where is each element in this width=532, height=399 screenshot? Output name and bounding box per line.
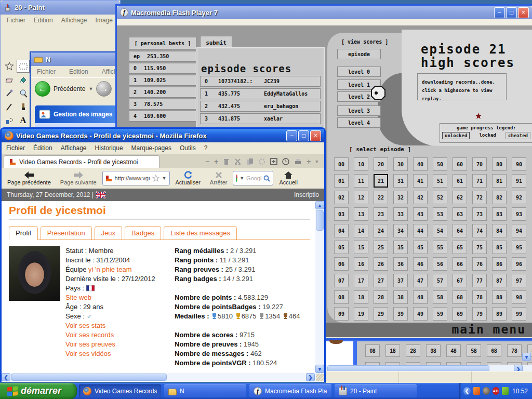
episode-cell[interactable]: 32: [393, 191, 408, 204]
episode-cell[interactable]: 34: [393, 224, 408, 237]
episode-cell[interactable]: 69: [453, 307, 467, 321]
episode-cell[interactable]: 70: [472, 157, 487, 171]
team-link[interactable]: yi 'n phie team: [88, 265, 131, 273]
profile-tab[interactable]: Badges: [125, 226, 161, 240]
firefox-menu-item[interactable]: Marque-pages: [130, 143, 173, 153]
episode-cell[interactable]: 42: [413, 191, 428, 204]
episode-cell[interactable]: 50: [433, 157, 447, 171]
episode-cell[interactable]: 25: [374, 241, 388, 254]
episode-cell[interactable]: 44: [413, 224, 428, 237]
task-panel-header[interactable]: Gestion des images: [35, 105, 117, 123]
episode-cell[interactable]: 59: [433, 307, 447, 321]
episode-cell[interactable]: 18: [354, 290, 368, 304]
maximize-button[interactable]: □: [298, 130, 309, 141]
main-menu-button[interactable]: main menu: [451, 323, 526, 336]
episode-cell[interactable]: 88: [492, 290, 507, 304]
level-button[interactable]: level 0: [337, 66, 381, 77]
tray-chevron-icon[interactable]: ❮: [463, 387, 471, 395]
episode-cell[interactable]: 78: [472, 290, 487, 304]
back-button[interactable]: Page précédente: [4, 169, 55, 188]
episode-cell[interactable]: 28: [374, 290, 388, 304]
episode-cell[interactable]: 20: [374, 157, 388, 171]
site-web-link[interactable]: Site web: [65, 294, 91, 301]
home-button[interactable]: Accueil: [275, 169, 301, 188]
episode-cell[interactable]: 02: [334, 191, 349, 204]
episode-cell[interactable]: 10: [354, 157, 368, 171]
add-toolbar-icon[interactable]: +: [307, 157, 311, 166]
url-text[interactable]: http://www.vgr-: [115, 175, 150, 181]
scissors-icon[interactable]: [234, 158, 242, 165]
episode-cell[interactable]: 52: [433, 191, 447, 204]
maximize-button[interactable]: □: [506, 7, 517, 18]
pencil-tool[interactable]: [3, 100, 16, 113]
episode-cell[interactable]: 94: [512, 224, 526, 237]
episode-cell[interactable]: 58: [433, 290, 447, 304]
magnifier-tool[interactable]: [17, 87, 30, 100]
episode-cell[interactable]: 78: [507, 344, 522, 357]
episode-score-row[interactable]: 1 435.775 EddyMataGallos: [200, 88, 321, 99]
episode-cell[interactable]: 68: [453, 290, 467, 304]
episode-cell[interactable]: 21: [374, 174, 388, 188]
episode-cell[interactable]: 99: [512, 307, 526, 321]
episode-cell[interactable]: 16: [354, 257, 368, 271]
episode-cell[interactable]: 38: [426, 344, 441, 357]
episode-cell[interactable]: 04: [334, 224, 349, 237]
episode-cell[interactable]: 27: [374, 274, 388, 287]
paint-menu-item[interactable]: Edition: [31, 16, 56, 25]
episode-cell[interactable]: 48: [446, 344, 461, 357]
taskbar-task[interactable]: f Macromedia Flash Pla...: [249, 384, 331, 397]
forward-button[interactable]: →: [96, 81, 112, 97]
episode-cell[interactable]: 45: [413, 241, 428, 254]
copy-icon[interactable]: [246, 158, 254, 165]
personal-best-row[interactable]: ep 253.350: [129, 51, 196, 62]
episode-cell[interactable]: 96: [512, 257, 526, 271]
episode-cell[interactable]: 29: [374, 307, 388, 321]
profile-tab[interactable]: Jeux: [95, 226, 122, 240]
episode-cell[interactable]: 40: [413, 157, 428, 171]
usb-tray-icon[interactable]: [502, 387, 509, 395]
episode-cell[interactable]: 46: [413, 257, 428, 271]
episode-cell[interactable]: 33: [393, 207, 408, 221]
episode-cell[interactable]: 35: [393, 241, 408, 254]
episode-cell[interactable]: 12: [354, 191, 368, 204]
firefox-menu-item[interactable]: Outils: [178, 143, 197, 153]
toolbar-overflow-icon[interactable]: ▾: [315, 159, 318, 164]
explorer-menu-item[interactable]: Fichier: [34, 67, 59, 76]
firefox-menu-item[interactable]: Édition: [32, 143, 54, 153]
taskbar-task[interactable]: N: [164, 384, 246, 397]
back-label[interactable]: Précédente: [54, 85, 85, 92]
trash-icon[interactable]: [223, 158, 230, 165]
episode-cell[interactable]: 15: [354, 241, 368, 254]
plus-icon[interactable]: +: [214, 157, 218, 166]
episode-cell[interactable]: 76: [472, 257, 487, 271]
personal-best-row[interactable]: 2 140.200: [129, 87, 196, 98]
episode-cell[interactable]: 57: [433, 274, 447, 287]
episode-cell[interactable]: 67: [453, 274, 467, 287]
paint-menu-item[interactable]: Fichier: [4, 16, 29, 25]
episode-score-row[interactable]: 2 432.475 eru_bahagon: [200, 101, 321, 112]
personal-best-row[interactable]: 3 78.575: [129, 99, 196, 110]
firefox-tab[interactable]: Video Games Records - Profil de yicestmo…: [4, 155, 159, 168]
url-bar[interactable]: http://www.vgr- ▼: [102, 171, 170, 185]
scroll-up-button[interactable]: ▲: [315, 201, 324, 209]
minimize-button[interactable]: −: [494, 7, 505, 18]
episode-cell[interactable]: 62: [453, 191, 467, 204]
paint-menu-item[interactable]: Image: [92, 16, 116, 25]
episode-cell[interactable]: 85: [492, 241, 507, 254]
brush-tool[interactable]: [17, 100, 30, 113]
episode-cell[interactable]: 84: [492, 224, 507, 237]
episode-cell[interactable]: 30: [393, 157, 408, 171]
forward-button[interactable]: Page suivante: [57, 169, 100, 188]
episode-cell[interactable]: 22: [374, 191, 388, 204]
paint-titlebar[interactable]: 20 - Paint: [1, 1, 120, 15]
search-box[interactable]: ▼ Googl: [233, 171, 273, 185]
profile-tab[interactable]: Présentation: [41, 226, 92, 240]
profile-tab[interactable]: Liste des messages: [164, 226, 237, 240]
refresh-button[interactable]: Actualiser: [172, 169, 204, 188]
episode-cell[interactable]: 87: [492, 274, 507, 287]
episode-cell[interactable]: 53: [433, 207, 447, 221]
episode-cell[interactable]: 55: [433, 241, 447, 254]
episode-cell[interactable]: 98: [512, 290, 526, 304]
episode-cell[interactable]: 11: [354, 174, 368, 188]
search-engine-dropdown-icon[interactable]: ▼: [240, 176, 244, 181]
